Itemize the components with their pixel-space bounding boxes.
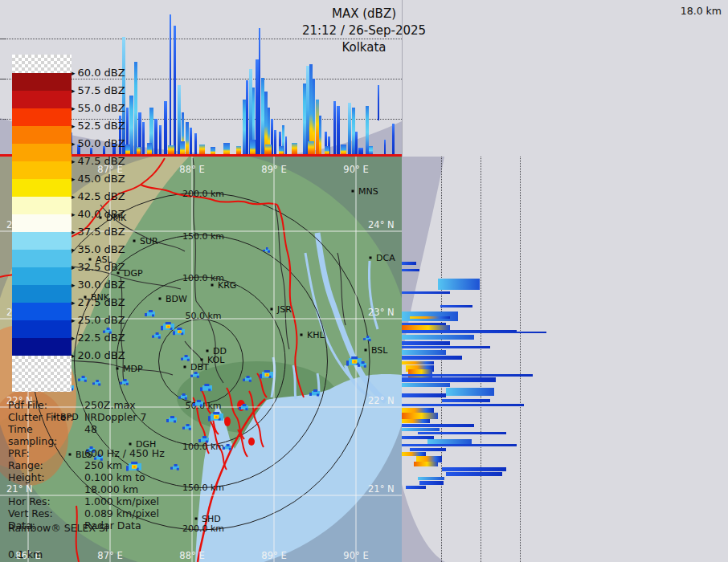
echo-row <box>419 481 444 485</box>
dbz-scale-label: ▸50.0 dBZ <box>72 137 125 149</box>
echo-row <box>402 335 474 340</box>
echo-column <box>186 122 189 154</box>
echo-row <box>440 305 472 307</box>
svg-text:90° E: 90° E <box>343 164 368 175</box>
svg-text:88° E: 88° E <box>179 164 204 175</box>
echo-column <box>265 145 272 154</box>
info-label: Vert Res: <box>8 507 84 519</box>
echo-row <box>402 404 524 406</box>
echo-row <box>402 419 430 423</box>
height-tick <box>0 119 6 120</box>
city-dot <box>201 359 203 361</box>
echo-row <box>402 383 450 387</box>
info-value: 250 km <box>84 459 162 471</box>
software-brand-label: Rainbow® SELEX-SI <box>8 522 108 534</box>
dbz-band <box>12 126 72 144</box>
echo-column <box>159 125 162 154</box>
echo-row <box>402 356 462 360</box>
echo-column <box>236 146 241 154</box>
city-dot <box>184 366 186 369</box>
svg-text:24° N: 24° N <box>368 219 395 230</box>
echo-row <box>402 424 474 427</box>
info-label <box>8 483 84 495</box>
echo-row <box>418 477 444 480</box>
echo-row <box>402 428 440 431</box>
dbz-band <box>12 303 72 320</box>
dbz-scale-label: ▸57.5 dBZ <box>72 84 125 96</box>
dbz-band <box>12 232 72 250</box>
echo-column <box>337 106 340 154</box>
city-dot <box>195 518 198 520</box>
info-row: Time sampling:48 <box>8 423 162 447</box>
info-value: IIRDoppler 7 <box>84 411 162 423</box>
info-value: 600 Hz / 450 Hz <box>84 447 165 459</box>
echo-row <box>402 341 450 345</box>
city-label: KRG <box>218 280 236 291</box>
echo-row <box>402 377 496 382</box>
dbz-band <box>12 356 72 392</box>
svg-text:89° E: 89° E <box>261 550 286 561</box>
height-gridline <box>520 157 521 562</box>
city-label: DCA <box>376 253 395 263</box>
svg-text:100.0 km: 100.0 km <box>182 442 224 452</box>
city-dot <box>207 350 209 352</box>
info-label: Range: <box>8 459 84 471</box>
echo-column <box>274 130 276 154</box>
city-dot <box>370 257 372 259</box>
info-row: Range:250 km <box>8 459 162 471</box>
dbz-band <box>12 144 72 161</box>
city-label: KOL <box>207 355 225 365</box>
echo-column <box>285 136 287 154</box>
echo-row <box>414 462 438 466</box>
svg-text:22° N: 22° N <box>368 395 395 406</box>
dbz-band <box>12 179 72 197</box>
city-label: BSL <box>371 345 388 356</box>
dbz-band <box>12 197 72 214</box>
dbz-band <box>12 55 72 73</box>
info-row: Vert Res:0.089 km/pixel <box>8 507 162 519</box>
echo-column <box>194 133 197 154</box>
city-dot <box>352 190 354 193</box>
dbz-band <box>12 338 72 356</box>
city-dot <box>133 240 136 242</box>
city-label: DGP <box>124 268 143 279</box>
echo-column <box>308 141 314 154</box>
echo-column <box>246 80 248 154</box>
dbz-band <box>12 108 72 126</box>
dbz-band <box>12 250 72 267</box>
info-label: Time sampling: <box>8 423 84 447</box>
echo-column <box>142 122 145 154</box>
echo-row <box>402 444 517 446</box>
echo-row <box>402 361 434 364</box>
echo-column <box>392 124 395 154</box>
echo-row <box>406 486 426 489</box>
info-label: Clutter Filter: <box>8 411 84 423</box>
echo-column <box>211 147 215 154</box>
dbz-scale-label: ▸47.5 dBZ <box>72 155 125 167</box>
info-label: PRF: <box>8 447 84 459</box>
info-value: 18.000 km <box>84 483 162 495</box>
dbz-scale-label: ▸37.5 dBZ <box>72 226 125 238</box>
dbz-scale-label: ▸35.0 dBZ <box>72 243 125 255</box>
info-label: Hor Res: <box>8 495 84 507</box>
echo-row <box>402 374 533 377</box>
echo-column <box>164 101 167 154</box>
echo-column <box>168 145 174 154</box>
echo-column <box>319 116 321 154</box>
svg-text:200.0 km: 200.0 km <box>182 189 224 199</box>
info-row: 18.000 km <box>8 483 162 495</box>
height-tick <box>0 79 6 79</box>
city-label: JSR <box>276 304 292 315</box>
echo-row <box>446 472 502 476</box>
dbz-band <box>12 285 72 303</box>
echo-row <box>442 399 490 402</box>
svg-text:87° E: 87° E <box>97 550 122 561</box>
echo-column <box>199 145 205 154</box>
dbz-scale-label: ▸25.0 dBZ <box>72 314 125 326</box>
dbz-scale-label: ▸52.5 dBZ <box>72 120 125 132</box>
echo-row <box>410 448 446 451</box>
echo-row <box>438 279 480 290</box>
svg-text:90° E: 90° E <box>343 550 368 561</box>
echo-column <box>325 146 329 154</box>
echo-row <box>402 291 450 294</box>
